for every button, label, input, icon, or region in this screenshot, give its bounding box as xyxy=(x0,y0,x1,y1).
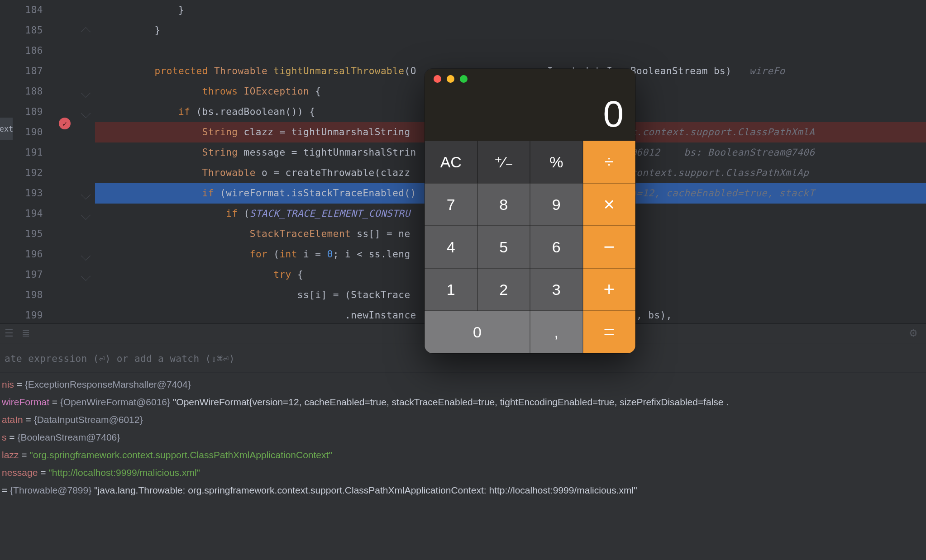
calc-key-zero[interactable]: 0 xyxy=(425,311,530,353)
line-number-gutter[interactable]: 1841851861871881891901911921931941951961… xyxy=(0,0,43,323)
variable-row[interactable]: nessage = "http://localhost:9999/malicio… xyxy=(2,464,926,481)
line-number[interactable]: 189 xyxy=(0,102,43,122)
settings-icon[interactable]: ⚙ xyxy=(909,327,918,339)
calc-key-one[interactable]: 1 xyxy=(425,268,477,311)
calc-key-multiply[interactable]: × xyxy=(583,183,636,226)
zoom-icon[interactable] xyxy=(460,75,468,83)
calc-key-decimal[interactable]: , xyxy=(530,311,583,353)
fold-icon[interactable] xyxy=(81,109,91,118)
line-number[interactable]: 184 xyxy=(0,0,43,20)
calc-key-nine[interactable]: 9 xyxy=(530,183,583,226)
variable-row[interactable]: = {Throwable@7899} "java.lang.Throwable:… xyxy=(2,481,926,499)
line-number[interactable]: 193 xyxy=(0,183,43,204)
line-number[interactable]: 197 xyxy=(0,265,43,285)
toolbar-icon[interactable]: ☰ xyxy=(5,327,14,339)
calc-key-divide[interactable]: ÷ xyxy=(583,141,636,183)
close-icon[interactable] xyxy=(434,75,441,83)
line-number[interactable]: 199 xyxy=(0,305,43,323)
debug-panel[interactable]: ☰ ≣ ⚙ ate expression (⏎) or add a watch … xyxy=(0,323,926,560)
fold-icon[interactable] xyxy=(81,190,91,199)
variable-row[interactable]: lazz = "org.springframework.context.supp… xyxy=(2,446,926,464)
line-number[interactable]: 196 xyxy=(0,244,43,265)
code-line[interactable]: } xyxy=(95,20,926,41)
fold-icon[interactable] xyxy=(81,210,91,220)
fold-icon[interactable] xyxy=(81,271,91,281)
code-line[interactable]: } xyxy=(95,0,926,20)
line-number[interactable]: 191 xyxy=(0,142,43,163)
calc-key-five[interactable]: 5 xyxy=(477,226,530,268)
line-number[interactable]: 194 xyxy=(0,204,43,224)
minimize-icon[interactable] xyxy=(447,75,454,83)
fold-icon[interactable] xyxy=(81,27,91,37)
line-number[interactable]: 188 xyxy=(0,81,43,102)
traffic-lights[interactable] xyxy=(434,75,626,83)
calc-key-percent[interactable]: % xyxy=(530,141,583,183)
line-number[interactable]: 198 xyxy=(0,285,43,305)
line-number[interactable]: 186 xyxy=(0,41,43,61)
calc-key-two[interactable]: 2 xyxy=(477,268,530,311)
fold-strip[interactable] xyxy=(79,0,93,323)
calc-key-four[interactable]: 4 xyxy=(425,226,477,268)
line-number[interactable]: 195 xyxy=(0,224,43,244)
variables-view[interactable]: nis = {ExceptionResponseMarshaller@7404}… xyxy=(0,373,926,499)
fold-icon[interactable] xyxy=(81,251,91,261)
calc-key-six[interactable]: 6 xyxy=(530,226,583,268)
calc-key-clear[interactable]: AC xyxy=(425,141,477,183)
calc-key-seven[interactable]: 7 xyxy=(425,183,477,226)
fold-icon[interactable] xyxy=(81,88,91,98)
calculator-display: 0 xyxy=(434,83,626,137)
calc-key-equals[interactable]: = xyxy=(583,311,636,353)
variable-row[interactable]: s = {BooleanStream@7406} xyxy=(2,428,926,446)
calc-key-three[interactable]: 3 xyxy=(530,268,583,311)
calc-key-negate[interactable]: ⁺∕₋ xyxy=(477,141,530,183)
calculator-keypad: AC⁺∕₋%÷789×456−123+0,= xyxy=(425,141,635,353)
line-number[interactable]: 187 xyxy=(0,61,43,81)
variable-row[interactable]: ataIn = {DataInputStream@6012} xyxy=(2,411,926,428)
calc-key-plus[interactable]: + xyxy=(583,268,636,311)
toolbar-icon[interactable]: ≣ xyxy=(22,327,30,339)
variable-row[interactable]: wireFormat = {OpenWireFormat@6016} "Open… xyxy=(2,393,926,411)
calculator-window[interactable]: 0 AC⁺∕₋%÷789×456−123+0,= xyxy=(425,69,635,353)
code-line[interactable] xyxy=(95,41,926,61)
line-number[interactable]: 192 xyxy=(0,163,43,183)
calc-key-minus[interactable]: − xyxy=(583,226,636,268)
line-number[interactable]: 190 xyxy=(0,122,43,142)
calc-key-eight[interactable]: 8 xyxy=(477,183,530,226)
line-number[interactable]: 185 xyxy=(0,20,43,41)
variable-row[interactable]: nis = {ExceptionResponseMarshaller@7404} xyxy=(2,375,926,393)
